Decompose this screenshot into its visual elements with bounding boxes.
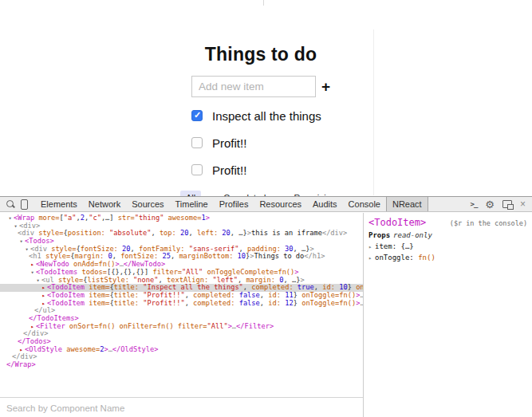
- tree-row[interactable]: </Wrap>: [0, 361, 363, 369]
- tab-elements[interactable]: Elements: [35, 197, 83, 211]
- tree-row[interactable]: ▾<TodoItems todos=[{},{},{}] filter="All…: [0, 269, 363, 277]
- inspector-header: <TodoItem> ($r in the console): [368, 217, 527, 228]
- expand-arrow-icon[interactable]: ▾: [29, 269, 36, 277]
- close-icon[interactable]: ×: [520, 199, 526, 209]
- collapse-arrow-icon[interactable]: ▸: [18, 347, 25, 354]
- collapse-arrow-icon[interactable]: ▸: [29, 324, 36, 331]
- tree-row[interactable]: ▾<ul style={listStyle: "none", textAlign…: [0, 277, 363, 285]
- tree-row[interactable]: ▸<NewTodo onAdd=fn()>…</NewTodo>: [0, 261, 363, 269]
- devtools-panel: ElementsNetworkSourcesTimelineProfilesRe…: [0, 196, 532, 417]
- tab-timeline[interactable]: Timeline: [170, 197, 214, 211]
- collapse-arrow-icon[interactable]: ▸: [368, 255, 375, 262]
- expand-arrow-icon[interactable]: ▾: [6, 215, 14, 222]
- text-cursor-artifact: [263, 0, 264, 6]
- component-tree: ▾<Wrap more=["a",2,"c",…] str="thing" aw…: [0, 213, 363, 397]
- prop-row[interactable]: ▸onToggle: fn(): [368, 254, 527, 262]
- tree-row[interactable]: ▸<Filter onSort=fn() onFilter=fn() filte…: [0, 323, 363, 331]
- tab-nreact[interactable]: NReact: [386, 197, 428, 211]
- tree-row[interactable]: </div>: [0, 330, 363, 338]
- tree-row[interactable]: ▸<TodoItem item={title: "Profit!!", comp…: [0, 300, 363, 308]
- readonly-label: read-only: [393, 231, 432, 239]
- tree-row[interactable]: </ul>: [0, 307, 363, 315]
- todo-checkbox[interactable]: [191, 137, 203, 148]
- tree-row[interactable]: </Todos>: [0, 338, 363, 346]
- new-todo-form: +: [191, 76, 330, 97]
- expand-arrow-icon[interactable]: ▾: [23, 246, 30, 254]
- tree-row[interactable]: </TodoItems>: [0, 315, 363, 323]
- collapse-arrow-icon[interactable]: ▸: [368, 244, 375, 250]
- console-hint: ($r in the console): [450, 219, 527, 227]
- iframe-right-border: [373, 30, 374, 195]
- tab-audits[interactable]: Audits: [307, 197, 343, 211]
- prop-name: onToggle:: [375, 254, 418, 262]
- todo-checkbox[interactable]: [191, 110, 203, 121]
- component-search-bar: [0, 397, 363, 417]
- tab-profiles[interactable]: Profiles: [214, 197, 254, 211]
- browser-page: Things to do + Inspect all the thingsPro…: [0, 0, 532, 196]
- tab-resources[interactable]: Resources: [254, 197, 307, 211]
- todo-label: Inspect all the things: [212, 109, 321, 123]
- undock-icon[interactable]: [502, 200, 512, 208]
- expand-arrow-icon[interactable]: ▾: [18, 238, 25, 246]
- tab-sources[interactable]: Sources: [126, 197, 169, 211]
- screenshot-root: Things to do + Inspect all the thingsPro…: [0, 0, 532, 417]
- collapse-arrow-icon[interactable]: ▸: [40, 293, 47, 300]
- component-search-input[interactable]: [0, 398, 363, 417]
- props-list: ▸item: {…}▸onToggle: fn(): [368, 242, 527, 262]
- tree-row[interactable]: <div style={position: "absolute", top: 2…: [0, 230, 363, 238]
- props-label: Props: [368, 231, 390, 239]
- props-section-label: Propsread-only: [368, 231, 527, 239]
- devtools-tabs: ElementsNetworkSourcesTimelineProfilesRe…: [35, 197, 428, 211]
- tree-row[interactable]: ▾<div>: [0, 222, 363, 230]
- device-mode-icon[interactable]: [21, 199, 28, 210]
- selected-component-name: <TodoItem>: [368, 217, 426, 228]
- tree-row[interactable]: ▸<TodoItem item={title: "Profit!!", comp…: [0, 292, 363, 300]
- prop-value: {…}: [401, 242, 414, 250]
- collapse-arrow-icon[interactable]: ▸: [29, 262, 36, 269]
- tree-row[interactable]: ▸<TodoItem item={title: "Inspect all the…: [0, 284, 363, 292]
- tree-row[interactable]: </div>: [0, 353, 363, 361]
- todo-checkbox[interactable]: [191, 164, 203, 175]
- todo-list: Inspect all the thingsProfit!!Profit!!: [191, 109, 330, 176]
- tree-row[interactable]: <h1 style={margin: 0, fontSize: 25, marg…: [0, 253, 363, 261]
- expand-arrow-icon[interactable]: ▾: [12, 223, 19, 230]
- todo-item: Inspect all the things: [191, 109, 330, 122]
- prop-value: fn(): [418, 254, 435, 262]
- tab-console[interactable]: Console: [343, 197, 386, 211]
- tree-row[interactable]: ▾<div style={fontSize: 20, fontFamily: "…: [0, 246, 363, 254]
- settings-gear-icon[interactable]: ⚙: [485, 199, 495, 210]
- prop-row[interactable]: ▸item: {…}: [368, 242, 527, 250]
- tree-row[interactable]: ▾<Todos>: [0, 238, 363, 246]
- todo-label: Profit!!: [212, 136, 246, 150]
- tree-row[interactable]: ▸<OldStyle awesome=2>…</OldStyle>: [0, 346, 363, 354]
- todo-label: Profit!!: [212, 163, 246, 177]
- todo-item: Profit!!: [191, 163, 330, 176]
- console-drawer-icon[interactable]: >_: [470, 200, 477, 208]
- expand-arrow-icon[interactable]: ▾: [34, 277, 41, 285]
- devtools-toolbar: ElementsNetworkSourcesTimelineProfilesRe…: [0, 197, 532, 212]
- tab-network[interactable]: Network: [83, 197, 126, 211]
- toolbar-right-icons: >_ ⚙ ×: [470, 199, 532, 210]
- collapse-arrow-icon[interactable]: ▸: [40, 301, 47, 308]
- add-item-button[interactable]: +: [321, 78, 330, 96]
- todo-item: Profit!!: [191, 136, 330, 149]
- new-item-input[interactable]: [191, 76, 316, 97]
- collapse-arrow-icon[interactable]: ▸: [40, 285, 47, 292]
- inspect-search-icon[interactable]: [6, 200, 15, 209]
- tree-row[interactable]: ▾<Wrap more=["a",2,"c",…] str="thing" aw…: [0, 214, 363, 222]
- prop-name: item:: [375, 242, 401, 250]
- app-title: Things to do: [191, 44, 330, 65]
- props-inspector: <TodoItem> ($r in the console) Propsread…: [364, 213, 532, 417]
- todo-app: Things to do + Inspect all the thingsPro…: [191, 44, 330, 205]
